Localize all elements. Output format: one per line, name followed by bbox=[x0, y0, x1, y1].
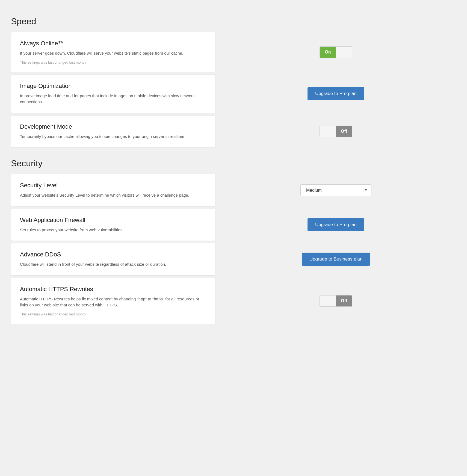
waf-upgrade-button[interactable]: Upgrade to Pro plan bbox=[308, 218, 364, 231]
security-section-title: Security bbox=[11, 158, 456, 168]
development-mode-card: Development Mode Temporarily bypass our … bbox=[11, 115, 216, 148]
development-mode-title: Development Mode bbox=[20, 123, 207, 130]
image-optimization-action: Upgrade to Pro plan bbox=[216, 75, 456, 113]
waf-card: Web Application Firewall Set rules to pr… bbox=[11, 209, 216, 241]
speed-section-title: Speed bbox=[11, 16, 456, 26]
waf-description: Set rules to protect your website from w… bbox=[20, 227, 207, 233]
https-rewrites-title: Automatic HTTPS Rewrites bbox=[20, 286, 207, 293]
always-online-row: Always Online™ If your server goes down,… bbox=[11, 32, 456, 72]
https-rewrites-card: Automatic HTTPS Rewrites Automatic HTTPS… bbox=[11, 278, 216, 324]
always-online-description: If your server goes down, Cloudflare wil… bbox=[20, 50, 207, 57]
https-rewrites-toggle[interactable]: Off bbox=[320, 295, 352, 307]
https-rewrites-note: This settings was last changed last mont… bbox=[20, 312, 207, 316]
development-mode-description: Temporarily bypass our cache allowing yo… bbox=[20, 134, 207, 140]
image-optimization-card: Image Optimization Improve image load ti… bbox=[11, 75, 216, 113]
always-online-title: Always Online™ bbox=[20, 40, 207, 47]
always-online-action: On bbox=[216, 32, 456, 72]
development-mode-toggle-off[interactable]: Off bbox=[336, 126, 352, 137]
security-level-row: Security Level Adjust your website's Sec… bbox=[11, 174, 456, 206]
development-mode-row: Development Mode Temporarily bypass our … bbox=[11, 115, 456, 148]
always-online-toggle[interactable]: On bbox=[320, 46, 352, 58]
security-level-select-wrapper: Essentially Off Low Medium High I'm Unde… bbox=[300, 184, 371, 196]
ddos-title: Advance DDoS bbox=[20, 251, 207, 258]
image-optimization-title: Image Optimization bbox=[20, 82, 207, 90]
https-rewrites-description: Automatic HTTPS Rewrites helps fix mixed… bbox=[20, 296, 207, 308]
security-level-select[interactable]: Essentially Off Low Medium High I'm Unde… bbox=[300, 184, 371, 196]
always-online-toggle-off-side[interactable] bbox=[336, 47, 352, 58]
development-mode-toggle[interactable]: Off bbox=[320, 126, 352, 137]
https-rewrites-toggle-on-side[interactable] bbox=[320, 295, 336, 306]
security-level-description: Adjust your website's Security Level to … bbox=[20, 192, 207, 199]
ddos-upgrade-button[interactable]: Upgrade to Business plan bbox=[302, 253, 370, 266]
ddos-description: Cloudflare will stand in front of your w… bbox=[20, 261, 207, 268]
https-rewrites-row: Automatic HTTPS Rewrites Automatic HTTPS… bbox=[11, 278, 456, 324]
image-optimization-row: Image Optimization Improve image load ti… bbox=[11, 75, 456, 113]
development-mode-action: Off bbox=[216, 115, 456, 148]
https-rewrites-action: Off bbox=[216, 278, 456, 324]
waf-title: Web Application Firewall bbox=[20, 217, 207, 224]
image-optimization-upgrade-button[interactable]: Upgrade to Pro plan bbox=[308, 87, 364, 100]
ddos-action: Upgrade to Business plan bbox=[216, 243, 456, 276]
security-level-card: Security Level Adjust your website's Sec… bbox=[11, 174, 216, 206]
security-level-action: Essentially Off Low Medium High I'm Unde… bbox=[216, 174, 456, 206]
https-rewrites-toggle-off[interactable]: Off bbox=[336, 295, 352, 306]
waf-row: Web Application Firewall Set rules to pr… bbox=[11, 209, 456, 241]
always-online-card: Always Online™ If your server goes down,… bbox=[11, 32, 216, 72]
ddos-card: Advance DDoS Cloudflare will stand in fr… bbox=[11, 243, 216, 276]
waf-action: Upgrade to Pro plan bbox=[216, 209, 456, 241]
always-online-toggle-on[interactable]: On bbox=[320, 47, 336, 58]
security-level-title: Security Level bbox=[20, 182, 207, 189]
always-online-note: This settings was last changed last mont… bbox=[20, 60, 207, 64]
ddos-row: Advance DDoS Cloudflare will stand in fr… bbox=[11, 243, 456, 276]
development-mode-toggle-on-side[interactable] bbox=[320, 126, 336, 137]
image-optimization-description: Improve image load time and for pages th… bbox=[20, 93, 207, 105]
